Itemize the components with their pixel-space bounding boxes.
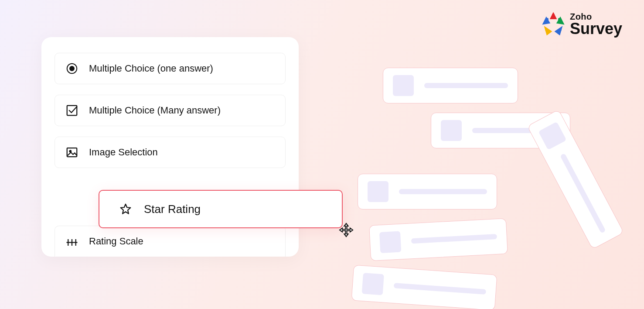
drop-placeholder-card <box>527 109 624 249</box>
svg-point-6 <box>70 66 74 71</box>
question-type-star-rating-dragging[interactable]: Star Rating <box>99 190 343 228</box>
svg-point-9 <box>69 151 71 152</box>
move-cursor-icon <box>338 222 354 238</box>
svg-point-0 <box>546 18 549 21</box>
zoho-logo-icon <box>541 12 566 37</box>
image-icon <box>65 145 79 160</box>
svg-point-3 <box>545 28 548 31</box>
scale-icon <box>65 234 79 249</box>
svg-rect-7 <box>67 106 77 116</box>
svg-point-2 <box>552 14 555 16</box>
question-type-label: Multiple Choice (Many answer) <box>89 105 221 116</box>
star-icon <box>117 200 134 218</box>
question-type-label: Multiple Choice (one answer) <box>89 63 213 74</box>
checkbox-icon <box>65 103 79 118</box>
drop-placeholder-card <box>369 218 508 261</box>
question-type-image-selection[interactable]: Image Selection <box>55 137 286 168</box>
question-type-multiple-choice-many[interactable]: Multiple Choice (Many answer) <box>55 95 286 126</box>
drop-placeholder-card <box>383 68 518 103</box>
brand-logo: Zoho Survey <box>541 12 622 37</box>
question-type-label: Image Selection <box>89 147 158 158</box>
radio-icon <box>65 61 79 76</box>
svg-rect-8 <box>67 148 77 157</box>
question-type-label: Rating Scale <box>89 236 143 247</box>
drop-placeholder-card <box>351 265 497 309</box>
brand-name-product: Survey <box>570 21 622 37</box>
question-type-label: Star Rating <box>144 203 201 216</box>
drop-placeholder-card <box>358 174 497 209</box>
question-type-multiple-choice-one[interactable]: Multiple Choice (one answer) <box>55 53 286 84</box>
svg-point-4 <box>559 28 562 31</box>
svg-point-1 <box>558 18 561 21</box>
question-type-rating-scale[interactable]: Rating Scale <box>55 226 286 257</box>
